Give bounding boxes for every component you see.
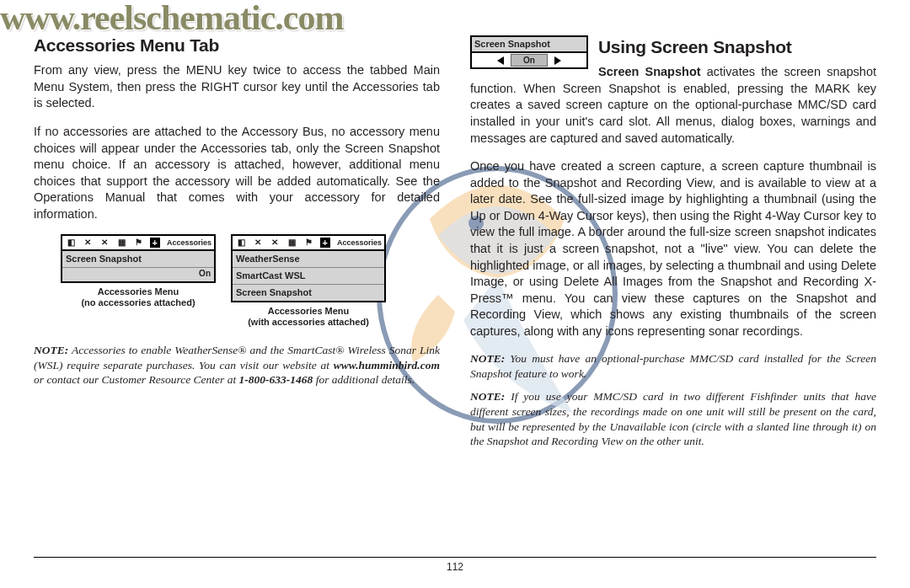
setting-value: On [511, 54, 548, 67]
tab-icon: ✕ [99, 238, 110, 248]
paragraph: Screen Snapshot activates the screen sna… [470, 64, 876, 147]
right-column: Screen Snapshot On Using Screen Snapshot… [470, 34, 876, 563]
figure-caption: (no accessories attached) [61, 297, 216, 308]
figure-accessories-menu-empty: ◧ ✕ ✕ ▦ ⚑ + Accessories Screen Snapshot … [61, 234, 216, 308]
paragraph: If no accessories are attached to the Ac… [34, 124, 440, 222]
tab-icon: ✕ [82, 238, 94, 248]
menu-item-label: SmartCast WSL [236, 270, 306, 282]
tabs-label: Accessories [167, 238, 211, 248]
tab-icon: ✕ [269, 238, 281, 248]
plus-icon: + [150, 238, 160, 248]
figure-caption: Accessories Menu [231, 306, 386, 317]
arrow-right-icon [554, 56, 561, 65]
arrow-left-icon [497, 56, 504, 65]
tab-icon: ▦ [115, 238, 127, 248]
paragraph: From any view, press the MENU key twice … [34, 62, 440, 112]
tabs-label: Accessories [337, 238, 382, 248]
menu-item-value: On [199, 268, 211, 280]
figure-screen-snapshot-setting: Screen Snapshot On [470, 35, 588, 69]
tab-icon: ⚑ [133, 238, 145, 248]
menu-item-label: Screen Snapshot [66, 253, 142, 265]
heading-accessories-menu-tab: Accessories Menu Tab [34, 34, 440, 57]
note-paragraph: NOTE: If you use your MMC/SD card in two… [470, 389, 876, 448]
menu-item-label: WeatherSense [236, 253, 300, 265]
note-label: NOTE: [470, 390, 505, 403]
note-label: NOTE: [470, 352, 505, 365]
note-label: NOTE: [34, 344, 68, 356]
tab-icon: ▦ [286, 238, 297, 248]
figure-caption: Accessories Menu [61, 286, 216, 297]
setting-title: Screen Snapshot [472, 37, 586, 53]
plus-icon: + [320, 238, 330, 248]
menu-item-label: Screen Snapshot [236, 286, 312, 299]
tab-icon: ⚑ [303, 238, 315, 248]
heading-row: Screen Snapshot On Using Screen Snapshot… [470, 34, 876, 158]
note-paragraph: NOTE: Accessories to enable WeatherSense… [34, 343, 440, 388]
paragraph: Once you have created a screen capture, … [470, 158, 876, 339]
tab-icon: ◧ [65, 238, 77, 248]
note-paragraph: NOTE: You must have an optional-purchase… [470, 351, 876, 381]
left-column: Accessories Menu Tab From any view, pres… [34, 34, 440, 563]
tab-icon: ◧ [235, 238, 247, 248]
figure-caption: (with accessories attached) [231, 317, 386, 328]
tab-icon: ✕ [252, 238, 264, 248]
figure-accessories-menu-attached: ◧ ✕ ✕ ▦ ⚑ + Accessories WeatherSense Sma… [231, 234, 386, 328]
